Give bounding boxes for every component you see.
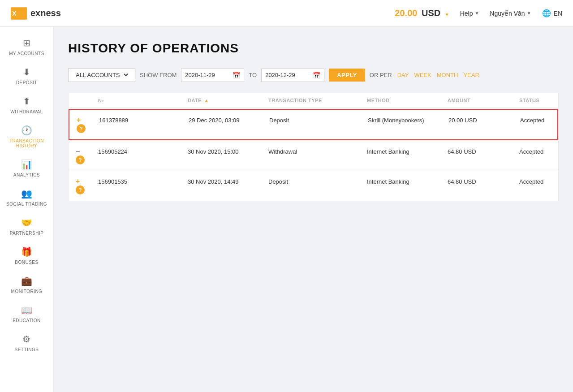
page-title: HISTORY OF OPERATIONS: [68, 41, 559, 56]
row2-transaction-type: Withdrawal: [268, 148, 367, 155]
row1-method: Skrill (Moneybookers): [368, 117, 448, 124]
monitoring-icon: 💼: [21, 276, 33, 286]
education-icon: 📖: [21, 305, 33, 315]
table-row: − 156905224 30 Nov 2020, 15:00 Withdrawa…: [69, 141, 558, 171]
sidebar-item-transaction-history[interactable]: 🕐 TRANSACTION HISTORY: [0, 120, 53, 154]
balance-dropdown-icon[interactable]: ▼: [445, 12, 449, 17]
logo-icon: X: [11, 7, 27, 20]
col-method: METHOD: [367, 98, 448, 103]
partnership-icon: 🤝: [21, 217, 33, 228]
row3-amount: 64.80 USD: [448, 178, 519, 185]
row3-transaction-type: Deposit: [268, 178, 367, 185]
sidebar-label-social-trading: SOCIAL TRADING: [6, 202, 47, 207]
sidebar-item-withdrawal[interactable]: ⬆ WITHDRAWAL: [0, 90, 53, 120]
balance-currency: USD: [422, 8, 440, 18]
col-date[interactable]: DATE ▲: [188, 98, 268, 103]
row3-status: Accepted: [519, 178, 546, 185]
sidebar-item-analytics[interactable]: 📊 ANALYTICS: [0, 154, 53, 183]
date-from-field[interactable]: [185, 72, 230, 78]
settings-icon: ⚙: [22, 334, 31, 345]
col-transaction-type: TRANSACTION TYPE: [268, 98, 367, 103]
sidebar-item-bonuses[interactable]: 🎁 BONUSES: [0, 241, 53, 270]
calendar-from-icon[interactable]: 📅: [233, 72, 240, 79]
my-accounts-icon: ⊞: [23, 38, 31, 48]
period-buttons: DAY WEEK MONTH YEAR: [396, 70, 480, 80]
sidebar-label-analytics: ANALYTICS: [13, 172, 40, 177]
sidebar: ⊞ MY ACCOUNTS ⬇ DEPOSIT ⬆ WITHDRAWAL 🕐 T…: [0, 27, 54, 392]
row1-number: 161378889: [99, 117, 189, 124]
sidebar-label-education: EDUCATION: [13, 318, 41, 323]
period-year-button[interactable]: YEAR: [462, 70, 480, 80]
sidebar-item-monitoring[interactable]: 💼 MONITORING: [0, 270, 53, 299]
transaction-history-icon: 🕐: [21, 125, 33, 136]
sidebar-item-settings[interactable]: ⚙ SETTINGS: [0, 328, 53, 358]
row1-info-icon[interactable]: ?: [77, 124, 86, 133]
logo-text: exness: [30, 8, 61, 18]
period-month-button[interactable]: MONTH: [436, 70, 459, 80]
help-label: Help: [460, 10, 473, 17]
row1-date: 29 Dec 2020, 03:09: [189, 117, 269, 124]
lang-label: EN: [554, 10, 562, 17]
col-status: STATUS: [519, 98, 546, 103]
svg-text:X: X: [12, 10, 17, 17]
header-right: 20.00 USD ▼ Help ▼ Nguyễn Văn ▼ 🌐 EN: [395, 8, 562, 18]
or-per-label: OR PER: [370, 72, 392, 78]
date-from-input[interactable]: 📅: [181, 69, 244, 82]
row2-info-icon[interactable]: ?: [76, 155, 85, 164]
balance-amount: 20.00: [395, 8, 417, 18]
calendar-to-icon[interactable]: 📅: [313, 72, 320, 79]
row1-status: Accepted: [520, 117, 547, 124]
bonuses-icon: 🎁: [21, 246, 33, 257]
period-week-button[interactable]: WEEK: [413, 70, 432, 80]
show-from-label: SHOW FROM: [140, 72, 177, 78]
row3-method: Internet Banking: [367, 178, 448, 185]
sidebar-item-education[interactable]: 📖 EDUCATION: [0, 299, 53, 328]
language-selector[interactable]: 🌐 EN: [542, 9, 562, 17]
user-name-label: Nguyễn Văn: [490, 10, 525, 17]
row3-number: 156901535: [98, 178, 188, 185]
col-expand: [76, 98, 98, 103]
sidebar-label-partnership: PARTNERSHIP: [10, 231, 44, 236]
row1-expand-button[interactable]: +: [77, 116, 99, 124]
row2-amount: 64.80 USD: [448, 148, 519, 155]
sidebar-label-settings: SETTINGS: [14, 347, 39, 352]
sidebar-label-my-accounts: MY ACCOUNTS: [9, 51, 44, 56]
help-button[interactable]: Help ▼: [460, 10, 479, 17]
social-trading-icon: 👥: [21, 188, 33, 199]
apply-button[interactable]: APPLY: [329, 69, 365, 82]
account-select[interactable]: ALL ACCOUNTS: [74, 71, 129, 79]
table-row: + 156901535 30 Nov 2020, 14:49 Deposit I…: [69, 171, 558, 201]
sidebar-item-partnership[interactable]: 🤝 PARTNERSHIP: [0, 212, 53, 241]
table-row: + 161378889 29 Dec 2020, 03:09 Deposit S…: [69, 109, 558, 140]
row2-date: 30 Nov 2020, 15:00: [188, 148, 268, 155]
row2-status: Accepted: [519, 148, 546, 155]
row2-expand-button[interactable]: −: [76, 147, 98, 155]
row3-expand-button[interactable]: +: [76, 177, 98, 185]
logo: X exness: [11, 7, 61, 20]
sidebar-label-bonuses: BONUSES: [15, 260, 38, 265]
period-day-button[interactable]: DAY: [396, 70, 410, 80]
date-to-input[interactable]: 📅: [261, 69, 324, 82]
date-sort-icon: ▲: [204, 98, 209, 103]
account-filter[interactable]: ALL ACCOUNTS: [68, 68, 135, 82]
row2-method: Internet Banking: [367, 148, 448, 155]
globe-icon: 🌐: [542, 9, 551, 17]
to-label: TO: [249, 72, 257, 78]
table-header: № DATE ▲ TRANSACTION TYPE METHOD AMOUNT …: [69, 93, 558, 108]
header: X exness 20.00 USD ▼ Help ▼ Nguyễn Văn ▼…: [0, 0, 573, 27]
sidebar-item-my-accounts[interactable]: ⊞ MY ACCOUNTS: [0, 32, 53, 61]
row1-amount: 20.00 USD: [448, 117, 520, 124]
date-to-field[interactable]: [265, 72, 310, 78]
sidebar-label-monitoring: MONITORING: [11, 289, 43, 294]
row3-date: 30 Nov 2020, 14:49: [188, 178, 268, 185]
col-amount: AMOUNT: [448, 98, 519, 103]
col-number: №: [98, 98, 188, 103]
sidebar-item-social-trading[interactable]: 👥 SOCIAL TRADING: [0, 183, 53, 212]
sidebar-label-transaction-history: TRANSACTION HISTORY: [4, 138, 50, 148]
sidebar-item-deposit[interactable]: ⬇ DEPOSIT: [0, 61, 53, 90]
user-menu-button[interactable]: Nguyễn Văn ▼: [490, 10, 531, 17]
row3-info-icon[interactable]: ?: [76, 185, 85, 194]
transactions-table: № DATE ▲ TRANSACTION TYPE METHOD AMOUNT …: [68, 93, 559, 201]
analytics-icon: 📊: [21, 159, 33, 170]
sidebar-label-withdrawal: WITHDRAWAL: [10, 109, 43, 114]
